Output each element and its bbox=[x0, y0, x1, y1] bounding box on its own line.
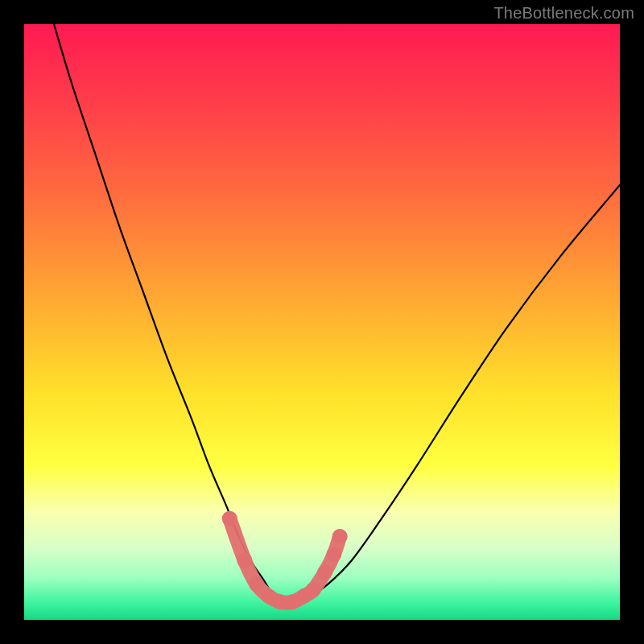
marker-dot bbox=[332, 529, 348, 544]
marker-dot bbox=[326, 547, 341, 562]
chart-frame: TheBottleneck.com bbox=[0, 0, 644, 644]
marker-dot bbox=[237, 553, 252, 568]
marker-dot bbox=[249, 576, 264, 592]
marker-dot bbox=[317, 564, 332, 580]
watermark-text: TheBottleneck.com bbox=[493, 4, 634, 23]
marker-dot bbox=[222, 511, 237, 526]
plot-area bbox=[24, 24, 620, 620]
curve-layer bbox=[24, 24, 620, 620]
bottleneck-curve bbox=[54, 24, 620, 603]
marker-dot bbox=[305, 583, 320, 598]
